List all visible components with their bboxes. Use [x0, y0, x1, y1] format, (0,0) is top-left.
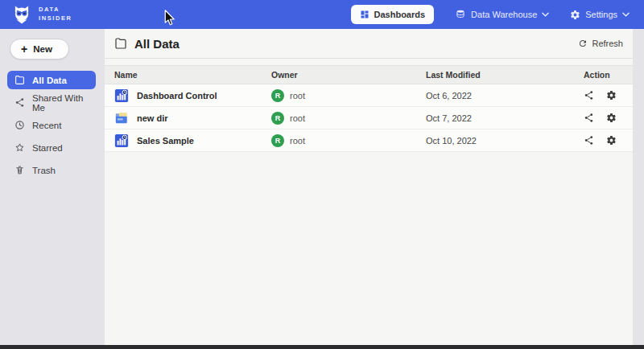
owner-cell: R root	[271, 89, 426, 102]
share-button[interactable]	[584, 90, 594, 101]
gear-icon	[606, 90, 617, 101]
window-bottom-edge	[0, 345, 644, 349]
gear-icon	[570, 10, 580, 20]
file-name-cell[interactable]: Dashboard Control	[114, 88, 271, 103]
sidebar-item-recent[interactable]: Recent	[7, 116, 96, 134]
owner-cell: R root	[271, 134, 426, 147]
last-modified-date: Oct 7, 2022	[426, 113, 584, 123]
file-name: new dir	[137, 113, 168, 123]
owner-avatar: R	[271, 134, 284, 147]
table-header: Name Owner Last Modified Action	[105, 65, 633, 84]
action-cell	[584, 135, 633, 146]
owl-logo-icon	[11, 4, 32, 25]
new-button[interactable]: + New	[10, 39, 69, 60]
owner-name: root	[290, 136, 305, 146]
action-cell	[584, 90, 633, 101]
row-settings-button[interactable]	[606, 135, 617, 146]
star-icon	[14, 142, 25, 153]
table-row[interactable]: new dir R root Oct 7, 2022	[105, 107, 633, 129]
file-name: Sales Sample	[137, 136, 194, 146]
row-settings-button[interactable]	[606, 113, 617, 123]
folder-icon	[14, 75, 25, 85]
file-name-cell[interactable]: Sales Sample	[114, 133, 271, 148]
app-name: DATA INSIDER	[39, 6, 72, 23]
settings-menu[interactable]: Settings	[570, 10, 630, 20]
sidebar-item-starred[interactable]: Starred	[7, 138, 96, 157]
table-body: Dashboard Control R root Oct 6, 2022	[105, 84, 633, 152]
plus-icon: +	[21, 43, 27, 55]
database-icon	[455, 9, 466, 20]
sidebar-item-label: Starred	[32, 143, 63, 153]
dashboard-grid-icon	[360, 10, 369, 19]
column-header-owner: Owner	[271, 70, 426, 80]
sidebar-item-label: Trash	[32, 166, 56, 175]
last-modified-date: Oct 6, 2022	[426, 91, 584, 101]
share-nodes-icon	[14, 97, 25, 108]
last-modified-date: Oct 10, 2022	[426, 136, 584, 146]
refresh-icon	[578, 39, 588, 48]
data-warehouse-label: Data Warehouse	[471, 10, 537, 19]
table-row[interactable]: Sales Sample R root Oct 10, 2022	[105, 129, 633, 152]
file-name-cell[interactable]: new dir	[114, 111, 271, 125]
trash-icon	[14, 165, 25, 175]
new-button-label: New	[33, 44, 52, 54]
data-warehouse-menu[interactable]: Data Warehouse	[455, 9, 549, 20]
refresh-button[interactable]: Refresh	[578, 39, 623, 48]
owner-avatar: R	[271, 112, 284, 125]
page-title: All Data	[134, 37, 180, 51]
share-icon	[584, 113, 594, 123]
chevron-down-icon	[622, 12, 630, 17]
row-settings-button[interactable]	[606, 90, 617, 101]
column-header-last-modified: Last Modified	[426, 70, 584, 80]
dashboards-label: Dashboards	[374, 10, 426, 19]
owner-cell: R root	[271, 112, 426, 125]
app-logo[interactable]: DATA INSIDER	[11, 4, 72, 25]
share-button[interactable]	[584, 135, 594, 146]
folder-icon	[114, 37, 127, 50]
file-name: Dashboard Control	[137, 91, 217, 101]
sidebar: + New All Data	[0, 29, 103, 345]
dashboards-button[interactable]: Dashboards	[351, 5, 435, 24]
dashboard-file-icon	[114, 133, 129, 148]
column-header-action: Action	[584, 70, 633, 80]
owner-name: root	[290, 113, 305, 123]
refresh-label: Refresh	[592, 39, 623, 48]
gear-icon	[606, 135, 617, 146]
column-header-name: Name	[114, 70, 271, 80]
share-icon	[584, 135, 594, 146]
share-icon	[584, 90, 594, 101]
sidebar-item-label: Recent	[32, 121, 61, 130]
app-window: DATA INSIDER Dashboards Data Warehouse	[0, 0, 644, 349]
share-button[interactable]	[584, 113, 594, 123]
chevron-down-icon	[542, 12, 549, 17]
table-row[interactable]: Dashboard Control R root Oct 6, 2022	[105, 84, 633, 107]
sidebar-item-trash[interactable]: Trash	[7, 161, 96, 179]
sidebar-nav: All Data Shared With Me	[0, 71, 103, 179]
dashboard-file-icon	[114, 88, 129, 103]
main-area: All Data Refresh Name Owner Last Modifie…	[103, 29, 644, 345]
gear-icon	[606, 113, 617, 123]
settings-label: Settings	[585, 10, 617, 19]
folder-file-icon	[114, 111, 129, 125]
content-panel: All Data Refresh Name Owner Last Modifie…	[105, 29, 633, 345]
action-cell	[584, 113, 633, 123]
sidebar-item-shared-with-me[interactable]: Shared With Me	[7, 93, 96, 112]
owner-name: root	[290, 91, 305, 101]
clock-icon	[14, 120, 25, 130]
sidebar-item-label: All Data	[32, 76, 67, 85]
owner-avatar: R	[271, 89, 284, 102]
top-header-bar: DATA INSIDER Dashboards Data Warehouse	[0, 0, 644, 29]
title-bar: All Data Refresh	[105, 29, 633, 59]
sidebar-item-label: Shared With Me	[32, 93, 89, 113]
sidebar-item-all-data[interactable]: All Data	[7, 71, 96, 89]
